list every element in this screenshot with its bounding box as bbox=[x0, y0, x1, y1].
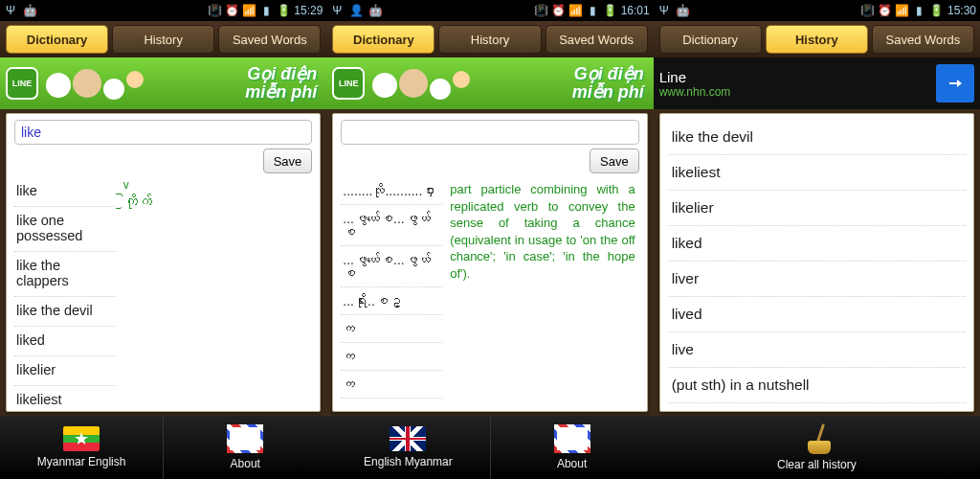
dictionary-page: Save ........လို..........ငှား ...ဖွယ်စေ… bbox=[332, 113, 647, 412]
bottom-about[interactable]: About bbox=[164, 416, 326, 479]
bottom-label: English Myanmar bbox=[364, 455, 453, 468]
android-icon: 🤖 bbox=[368, 4, 382, 17]
wifi-icon: 📶 bbox=[896, 4, 909, 17]
bottom-dictionary-direction[interactable]: ★ Myanmar English bbox=[0, 416, 164, 479]
word-item[interactable]: က bbox=[341, 371, 442, 399]
tab-dictionary[interactable]: Dictionary bbox=[332, 25, 434, 54]
history-item[interactable]: like the devil bbox=[668, 120, 966, 155]
ad-banner-dark[interactable]: Line www.nhn.com bbox=[654, 57, 980, 109]
word-item[interactable]: ...ဖွယ်စေ...ဖွယ်စေ bbox=[341, 246, 442, 287]
word-item[interactable]: like one possessed bbox=[14, 207, 116, 252]
ad-text: Line www.nhn.com bbox=[659, 69, 936, 99]
line-app-icon: LINE bbox=[6, 67, 38, 100]
android-icon: 🤖 bbox=[23, 4, 36, 17]
bottom-bar: English Myanmar About bbox=[326, 416, 653, 479]
word-item[interactable]: ...ရိုး..စဥ္ bbox=[341, 287, 442, 315]
airmail-icon bbox=[554, 424, 590, 453]
bottom-bar: Clear all history bbox=[654, 416, 980, 479]
definition-text: part particle combining with a replicate… bbox=[450, 181, 635, 282]
definition-pane: v ကြိုက် bbox=[116, 177, 312, 405]
word-list[interactable]: ........လို..........ငှား ...ဖွယ်စေ...ဖွ… bbox=[341, 177, 442, 405]
vibrate-icon: 📳 bbox=[535, 4, 548, 17]
word-item[interactable]: က bbox=[341, 315, 442, 343]
bottom-bar: ★ Myanmar English About bbox=[0, 416, 326, 479]
ad-characters bbox=[46, 61, 199, 107]
word-item[interactable]: likeliest bbox=[14, 386, 116, 406]
tab-history[interactable]: History bbox=[438, 25, 541, 54]
content: like the devil likeliest likelier liked … bbox=[654, 109, 980, 416]
bottom-label: About bbox=[557, 457, 587, 470]
ad-arrow-button[interactable] bbox=[936, 64, 974, 103]
word-list[interactable]: like like one possessed like the clapper… bbox=[14, 177, 116, 405]
ad-url: www.nhn.com bbox=[659, 85, 936, 99]
myanmar-word: ကြိုက် bbox=[123, 194, 308, 209]
search-input[interactable] bbox=[341, 120, 638, 145]
history-page: like the devil likeliest likelier liked … bbox=[659, 113, 974, 412]
word-item[interactable]: ...ဖွယ်စေ...ဖွယ်စေ bbox=[341, 205, 442, 246]
word-item[interactable]: ........လို..........ငှား bbox=[341, 177, 442, 205]
battery-icon: 🔋 bbox=[277, 4, 290, 17]
status-time: 16:01 bbox=[621, 4, 650, 17]
tab-history[interactable]: History bbox=[112, 25, 214, 54]
ad-text: Gọi điện miễn phí bbox=[245, 65, 317, 102]
history-item[interactable]: liver bbox=[668, 262, 966, 297]
phone-screen-2: Ψ 👤 🤖 📳 ⏰ 📶 ▮ 🔋 16:01 Dictionary History… bbox=[326, 0, 653, 479]
battery-icon: 🔋 bbox=[604, 4, 617, 17]
history-item[interactable]: live bbox=[668, 332, 966, 368]
wifi-icon: 📶 bbox=[569, 4, 583, 17]
wifi-icon: 📶 bbox=[242, 4, 256, 17]
vibrate-icon: 📳 bbox=[861, 4, 875, 17]
dictionary-page: Save like like one possessed like the cl… bbox=[6, 113, 321, 412]
signal-icon: ▮ bbox=[587, 4, 600, 17]
usb-icon: Ψ bbox=[4, 4, 17, 17]
word-item[interactable]: က bbox=[341, 343, 442, 371]
history-item[interactable]: liked bbox=[668, 226, 966, 262]
word-item[interactable]: likelier bbox=[14, 356, 116, 386]
word-item[interactable]: like bbox=[14, 177, 116, 207]
signal-icon: ▮ bbox=[913, 4, 926, 17]
phone-screen-1: Ψ 🤖 📳 ⏰ 📶 ▮ 🔋 15:29 Dictionary History S… bbox=[0, 0, 326, 479]
usb-icon: Ψ bbox=[657, 4, 671, 17]
ad-banner[interactable]: LINE Gọi điện miễn phí bbox=[326, 57, 653, 109]
tab-dictionary[interactable]: Dictionary bbox=[6, 25, 108, 54]
history-item[interactable]: likelier bbox=[668, 191, 966, 226]
search-input[interactable] bbox=[14, 120, 312, 145]
word-item[interactable]: like the clappers bbox=[14, 252, 116, 297]
ad-characters bbox=[372, 61, 525, 107]
history-item[interactable]: likeliest bbox=[668, 155, 966, 191]
history-item[interactable]: lived bbox=[668, 297, 966, 332]
word-item[interactable]: like the devil bbox=[14, 297, 116, 327]
tab-history[interactable]: History bbox=[766, 25, 868, 54]
content: Save ........လို..........ငှား ...ဖွယ်စေ… bbox=[326, 109, 653, 416]
search-row bbox=[14, 120, 312, 145]
word-item[interactable]: liked bbox=[14, 327, 116, 356]
bottom-label: About bbox=[231, 457, 260, 470]
bottom-label: Myanmar English bbox=[37, 455, 126, 468]
tab-dictionary[interactable]: Dictionary bbox=[659, 25, 762, 54]
alarm-icon: ⏰ bbox=[552, 4, 566, 17]
bottom-about[interactable]: About bbox=[491, 416, 654, 479]
alarm-icon: ⏰ bbox=[225, 4, 238, 17]
bottom-clear-history[interactable]: Clear all history bbox=[654, 416, 980, 479]
history-item[interactable]: (put sth) in a nutshell bbox=[668, 368, 966, 403]
person-icon: 👤 bbox=[349, 4, 363, 17]
save-button[interactable]: Save bbox=[263, 148, 313, 173]
bottom-dictionary-direction[interactable]: English Myanmar bbox=[326, 416, 490, 479]
top-tabs: Dictionary History Saved Words bbox=[654, 21, 980, 57]
ad-title: Line bbox=[659, 69, 686, 85]
search-row bbox=[341, 120, 638, 145]
history-item[interactable]: (right) under sb's(very)nose bbox=[668, 403, 966, 405]
ad-banner[interactable]: LINE Gọi điện miễn phí bbox=[0, 57, 326, 109]
line-app-icon: LINE bbox=[332, 67, 365, 100]
status-time: 15:29 bbox=[294, 4, 323, 17]
android-icon: 🤖 bbox=[677, 4, 690, 17]
tab-saved-words[interactable]: Saved Words bbox=[872, 25, 974, 54]
history-list[interactable]: like the devil likeliest likelier liked … bbox=[668, 120, 966, 405]
tab-saved-words[interactable]: Saved Words bbox=[546, 25, 648, 54]
tab-saved-words[interactable]: Saved Words bbox=[218, 25, 321, 54]
myanmar-flag-icon: ★ bbox=[63, 426, 100, 451]
save-button[interactable]: Save bbox=[590, 148, 639, 173]
content: Save like like one possessed like the cl… bbox=[0, 109, 326, 416]
signal-icon: ▮ bbox=[259, 4, 273, 17]
ad-text: Gọi điện miễn phí bbox=[572, 65, 644, 102]
